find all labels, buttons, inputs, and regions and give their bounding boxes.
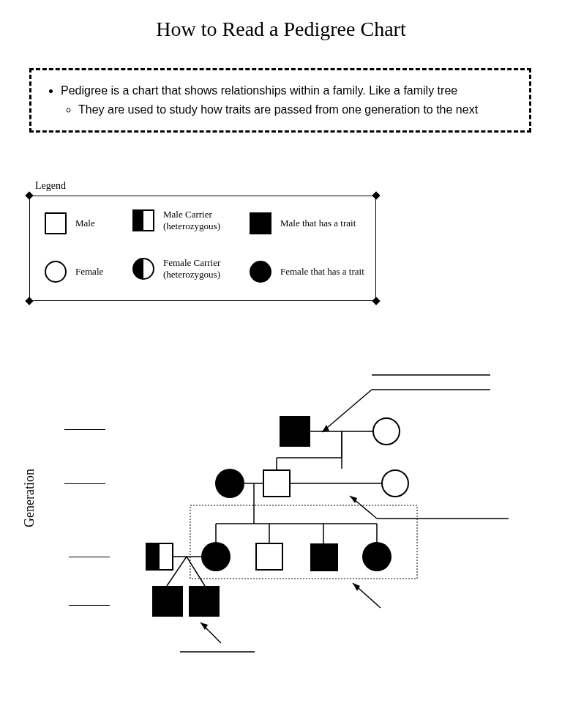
legend-item-male-trait: Male that has a trait <box>250 212 356 234</box>
corner-diamond-icon <box>372 297 380 305</box>
square-icon <box>45 212 67 234</box>
legend-text: Male Carrier (heterozygous) <box>163 209 220 231</box>
legend-item-female-carrier: Female Carrier (heterozygous) <box>132 257 220 280</box>
svg-point-9 <box>215 469 244 498</box>
legend-text: Male that has a trait <box>280 218 356 229</box>
legend-item-female: Female <box>45 261 103 283</box>
legend-text: Female that has a trait <box>280 266 364 278</box>
svg-marker-31 <box>350 496 357 503</box>
svg-marker-53 <box>353 583 360 591</box>
square-filled-icon <box>250 212 271 234</box>
legend-item-male: Male <box>45 212 95 234</box>
page: How to Read a Pedigree Chart Pedigree is… <box>0 0 562 728</box>
generation-axis-label: Generation <box>22 469 37 527</box>
intro-sub-bullet: They are used to study how traits are pa… <box>78 101 513 119</box>
circle-icon <box>45 261 67 283</box>
svg-rect-42 <box>310 543 338 571</box>
pedigree-diagram <box>51 359 520 666</box>
svg-point-40 <box>201 542 231 571</box>
svg-line-0 <box>322 390 372 432</box>
circle-half-icon <box>132 258 154 280</box>
svg-point-5 <box>373 418 400 445</box>
svg-rect-10 <box>263 470 290 497</box>
corner-diamond-icon <box>372 191 380 199</box>
legend-label: Legend <box>35 180 66 192</box>
svg-point-11 <box>382 470 408 497</box>
legend-text: Male <box>75 218 95 229</box>
legend-box: Male Male Carrier (heterozygous) Male th… <box>29 196 376 301</box>
legend-text: Female Carrier (heterozygous) <box>163 257 220 280</box>
svg-rect-50 <box>152 586 183 617</box>
page-title: How to Read a Pedigree Chart <box>0 18 562 41</box>
legend-text: Female <box>75 266 103 278</box>
intro-bullet: Pedigree is a chart that shows relations… <box>61 82 513 100</box>
svg-rect-51 <box>189 586 220 617</box>
svg-point-43 <box>362 542 391 571</box>
pedigree-svg <box>51 359 520 666</box>
svg-rect-4 <box>280 416 310 447</box>
svg-rect-45 <box>146 543 160 570</box>
svg-rect-41 <box>256 543 282 570</box>
corner-diamond-icon <box>25 191 33 199</box>
legend-item-male-carrier: Male Carrier (heterozygous) <box>132 209 220 231</box>
legend-item-female-trait: Female that has a trait <box>250 261 364 283</box>
intro-box: Pedigree is a chart that shows relations… <box>29 68 531 133</box>
corner-diamond-icon <box>25 297 33 305</box>
square-half-icon <box>132 209 154 231</box>
circle-filled-icon <box>250 261 271 283</box>
